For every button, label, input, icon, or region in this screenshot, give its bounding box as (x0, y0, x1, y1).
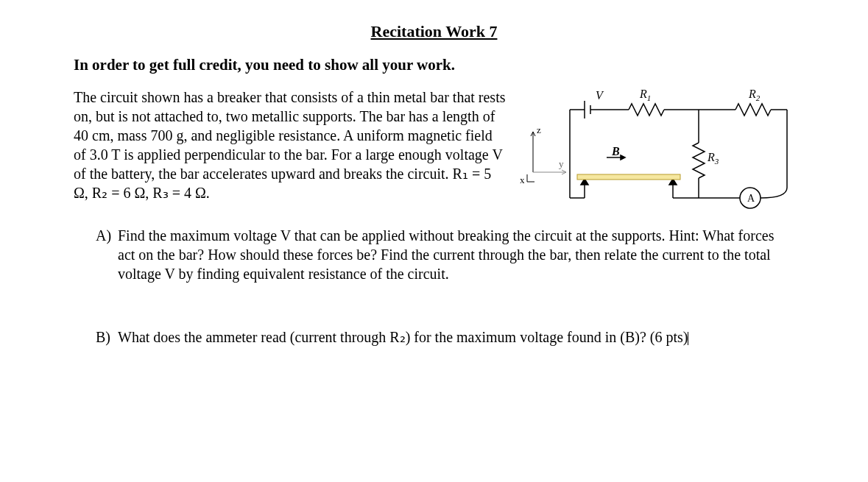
question-B: B) What does the ammeter read (current t… (74, 327, 794, 347)
problem-text: The circuit shown has a breaker that con… (74, 88, 515, 202)
svg-text:B: B (611, 145, 620, 157)
svg-rect-3 (577, 174, 680, 180)
svg-text:R3: R3 (707, 151, 719, 166)
question-B-text: What does the ammeter read (current thro… (118, 327, 794, 347)
text-cursor (688, 332, 688, 345)
svg-text:R1: R1 (639, 88, 651, 102)
svg-text:x: x (520, 174, 525, 185)
svg-text:A: A (747, 193, 755, 204)
question-A-label: A) (96, 226, 118, 283)
page-title: Recitation Work 7 (74, 22, 794, 41)
question-A: A) Find the maximum voltage V that can b… (74, 226, 794, 283)
label-V: V (596, 89, 604, 102)
svg-text:R2: R2 (748, 88, 761, 102)
svg-text:y: y (559, 158, 564, 169)
question-A-text: Find the maximum voltage V that can be a… (118, 226, 794, 283)
instruction: In order to get full credit, you need to… (74, 56, 794, 74)
circuit-diagram: V R1 R2 R3 B A x y z (515, 88, 794, 213)
question-B-label: B) (96, 327, 118, 347)
svg-text:z: z (537, 124, 541, 135)
